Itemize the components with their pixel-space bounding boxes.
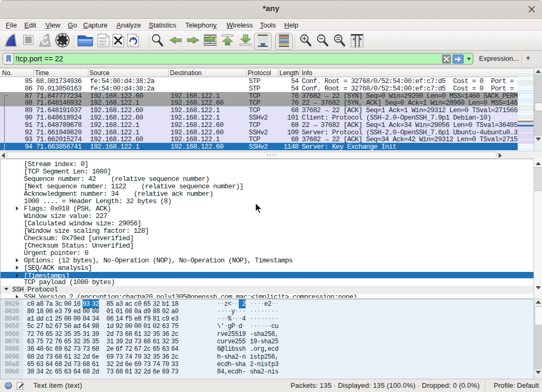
svg-text:011: 011 bbox=[129, 43, 134, 47]
svg-text:0011: 0011 bbox=[100, 43, 107, 47]
